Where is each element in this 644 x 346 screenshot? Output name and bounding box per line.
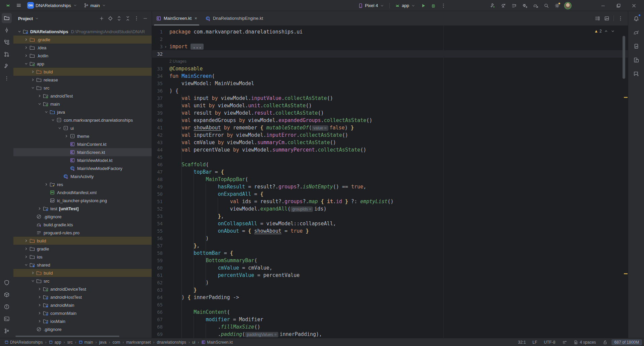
usages-inlay-hint[interactable]: 2 Usages — [152, 58, 628, 65]
commit-icon[interactable] — [2, 25, 12, 35]
assistant-chat-icon[interactable] — [631, 68, 642, 79]
chevron-right-icon[interactable] — [23, 238, 29, 243]
tree-row-dnarelationships[interactable]: DNARelationshipsD:\Programming\AndroidSt… — [13, 27, 152, 36]
expand-all-button[interactable] — [115, 14, 123, 23]
chevron-right-icon[interactable] — [23, 45, 29, 50]
user-avatar[interactable] — [563, 1, 573, 10]
gutter[interactable]: 34 — [152, 73, 169, 79]
chevron-right-icon[interactable] — [36, 303, 43, 307]
code-line-2[interactable]: 2 — [152, 36, 628, 43]
gutter[interactable]: 41 — [152, 125, 169, 130]
file-encoding[interactable]: UTF-8 — [541, 339, 558, 345]
gutter[interactable]: 56 — [152, 236, 169, 241]
close-tab-icon[interactable]: × — [195, 16, 197, 21]
inspections-widget[interactable]: ▲2 — [594, 29, 615, 34]
code-line-35[interactable]: 35 viewModel: MainViewModel — [152, 80, 628, 87]
tree-row-shared[interactable]: shared — [13, 261, 152, 269]
code-line-67[interactable]: 67 modifier = Modifier — [152, 316, 628, 323]
chevron-down-icon[interactable] — [30, 279, 36, 283]
next-problem-button[interactable] — [610, 29, 615, 34]
tree-row-.gitignore[interactable]: .gitignore — [13, 325, 152, 333]
project-panel-title[interactable]: Project — [18, 16, 39, 21]
chevron-down-icon[interactable] — [36, 102, 43, 106]
window-close-button[interactable] — [626, 0, 642, 11]
code-line-62[interactable]: 62 ) — [152, 279, 628, 286]
gutter[interactable]: 55 — [152, 228, 169, 234]
code-line-61[interactable]: 61 percentValue = percentValue — [152, 272, 628, 279]
code-line-39[interactable]: 39 val result by viewModel.result.collec… — [152, 109, 628, 117]
running-devices-icon[interactable] — [631, 54, 642, 66]
locate-file-button[interactable] — [106, 14, 115, 23]
breadcrumb-item-com[interactable]: com — [111, 340, 121, 345]
gutter[interactable]: 67 — [152, 317, 169, 322]
code-line-60[interactable]: 60 cmValue = cmValue, — [152, 264, 628, 272]
tree-row-androidmanifest.xml[interactable]: AndroidManifest.xml — [13, 188, 152, 196]
tree-row-java[interactable]: java — [13, 108, 152, 116]
tree-row-.idea[interactable]: .idea — [13, 44, 152, 52]
chevron-right-icon[interactable] — [36, 206, 43, 211]
chevron-right-icon[interactable] — [36, 319, 43, 324]
code-line-51[interactable]: 51 val ids = result?.groups?.map { it.id… — [152, 198, 628, 205]
tree-row-res[interactable]: res — [13, 180, 152, 188]
settings-button[interactable] — [552, 1, 562, 10]
chevron-right-icon[interactable] — [30, 77, 36, 82]
build-box-icon[interactable] — [2, 290, 12, 300]
project-widget[interactable]: DN DNARelationships — [25, 1, 80, 10]
breadcrumb-item-src[interactable]: src — [66, 340, 73, 345]
tree-row-build[interactable]: build — [13, 68, 152, 76]
tree-row-androidmain[interactable]: androidMain — [13, 301, 152, 309]
code-line-45[interactable]: 45 — [152, 154, 628, 161]
gutter[interactable]: 32 — [152, 51, 169, 57]
gutter[interactable]: 68 — [152, 324, 169, 330]
gutter[interactable]: 54 — [152, 221, 169, 226]
line-separator[interactable]: LF — [530, 339, 540, 345]
caret-position[interactable]: 32:1 — [515, 339, 528, 345]
gutter[interactable]: 50 — [152, 191, 169, 197]
chevron-down-icon[interactable] — [23, 263, 29, 267]
chevron-down-icon[interactable] — [56, 126, 63, 130]
chevron-down-icon[interactable] — [16, 29, 22, 34]
gutter[interactable]: 45 — [152, 155, 169, 160]
gutter[interactable]: 48 — [152, 177, 169, 182]
prev-problem-button[interactable] — [604, 29, 608, 34]
tree-row-proguard-rules.pro[interactable]: proguard-rules.pro — [13, 229, 152, 237]
gutter[interactable]: 63 — [152, 287, 169, 293]
chevron-right-icon[interactable] — [30, 69, 36, 74]
code-line-57[interactable]: 57 }, — [152, 242, 628, 249]
code-line-55[interactable]: 55 onAbout = { showAbout = true } — [152, 227, 628, 235]
code-line-37[interactable]: 37 val input by viewModel.inputValue.col… — [152, 95, 628, 102]
chevron-down-icon[interactable] — [23, 61, 29, 66]
hide-panel-button[interactable] — [141, 14, 150, 23]
tree-row-ui[interactable]: ui — [13, 124, 152, 132]
code-line-48[interactable]: 48 MainTopAppBar( — [152, 176, 628, 183]
gutter[interactable]: 40 — [152, 118, 169, 123]
gradle-icon[interactable] — [631, 27, 642, 38]
tree-row-com.markvanpraet.dnarelationships[interactable]: com.markvanpraet.dnarelationships — [13, 116, 152, 124]
chevron-right-icon[interactable] — [43, 182, 49, 187]
code-line-47[interactable]: 47 topBar = { — [152, 168, 628, 176]
profiler-button[interactable] — [509, 1, 519, 10]
gutter[interactable]: 59 — [152, 258, 169, 263]
terminal-icon[interactable] — [2, 314, 12, 324]
gutter[interactable]: 2 — [152, 37, 169, 42]
breadcrumb-item-ui[interactable]: ui — [191, 340, 196, 345]
code-line-49[interactable]: 49 hasResult = result?.groups?.isNotEmpt… — [152, 183, 628, 190]
window-restore-button[interactable] — [611, 0, 626, 11]
more-run-options-button[interactable] — [439, 1, 448, 10]
gutter[interactable]: 52 — [152, 206, 169, 212]
code-style-widget[interactable] — [559, 339, 570, 345]
breadcrumb-item-app[interactable]: app — [48, 340, 62, 345]
gutter[interactable]: 51 — [152, 199, 169, 204]
chevron-right-icon[interactable] — [23, 37, 29, 42]
indent-widget[interactable]: 4 spaces — [571, 339, 599, 345]
gutter[interactable]: 66 — [152, 309, 169, 315]
gutter[interactable]: 53 — [152, 214, 169, 219]
code-line-56[interactable]: 56 ) — [152, 235, 628, 242]
gutter[interactable]: 69 — [152, 332, 169, 337]
code-line-50[interactable]: 50 onExpandAll = { — [152, 190, 628, 198]
code-line-53[interactable]: 53 }, — [152, 213, 628, 220]
memory-indicator[interactable]: 687 of 1800M — [611, 339, 642, 345]
gutter[interactable]: 47 — [152, 169, 169, 175]
editor-scrollbar[interactable] — [623, 36, 625, 79]
chevron-right-icon[interactable] — [36, 287, 43, 291]
